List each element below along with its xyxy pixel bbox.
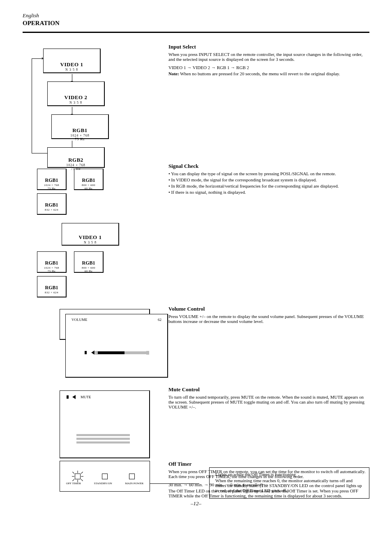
input-select-order: VIDEO 1 → VIDEO 2 → RGB 1 → RGB 2 [168,65,369,70]
input-select-figure: VIDEO 1 N 3 5 8 VIDEO 2 N 3 5 8 RGB1 102… [23,44,156,160]
crt-sub: N 3 5 8 [48,101,104,104]
volume-label: VOLUME [71,318,88,322]
mini-sub: 75 Hz [37,269,66,273]
mini-label: RGB1 [37,260,66,266]
note-label: Note: [168,71,179,76]
standby-led-icon [102,474,108,479]
mini-sub: 832 × 624 [37,291,66,294]
mini-sub: 800 × 600 [74,266,103,269]
crt-sub2: 75 Hz [48,167,104,171]
mini-sub: 1024 × 768 [37,266,66,269]
main-power-led-icon [129,474,135,479]
mini-sub: 60 Hz [74,187,103,190]
off-timer-led-icon [75,474,81,479]
note-body: When no buttons are pressed for 20 secon… [180,71,340,76]
speaker-icon [67,395,69,399]
mini-label: RGB1 [74,260,103,266]
led-panel-figure [60,461,150,492]
led-label: STANDBY/ON [94,482,112,485]
input-select-title: Input Select [168,44,369,50]
off-timer-title: Off Timer [168,461,369,467]
signal-check-bullet: • In RGB mode, the horizontal/vertical f… [168,183,369,188]
page-title: OPERATION [23,20,369,27]
signal-check-bullet: • If there is no signal, nothing is disp… [168,190,369,195]
mini-sub: 60 Hz [74,269,103,273]
crt-label: RGB1 [52,127,108,134]
crt-sub: 1024 × 768 [52,134,108,137]
led-label: OFF TIMER [66,482,81,485]
speaker-icon [70,395,76,399]
crt-label: RGB2 [48,157,104,163]
crt-sub: 1024 × 768 [48,163,104,167]
signal-check-bullet: • You can display the type of signal on … [168,171,369,176]
mini-sub: 75 Hz [37,187,66,190]
speaker-icon [85,351,87,354]
signal-check-title: Signal Check [168,163,369,170]
signal-check-bullet: • In VIDEO mode, the signal for the corr… [168,177,369,182]
header-language: English [23,12,369,19]
mini-sub: 800 × 600 [74,183,103,187]
volume-slider[interactable] [98,351,146,354]
volume-value: 62 [158,318,161,322]
crt-label: VIDEO 1 [44,61,100,68]
input-select-body: When you press INPUT SELECT on the remot… [168,52,369,62]
mute-body: To turn off the sound temporarily, press… [168,395,369,409]
led-label: MAIN POWER [125,482,143,485]
mute-bars [76,434,143,444]
mini-label: RGB1 [37,285,66,291]
mute-panel-figure: MUTE [60,390,150,458]
crt-sub: N 3 5 8 [62,241,118,244]
volume-body: Press VOLUME +/– on the remote to displa… [168,314,369,324]
mini-label: RGB1 [74,177,103,183]
mute-label: MUTE [81,395,91,399]
crt-label: VIDEO 1 [62,234,118,241]
crt-sub: N 3 5 8 [44,68,100,72]
mute-title: Mute Control [168,386,369,393]
mini-sub: 832 × 624 [37,208,66,211]
page-number: –12– [191,500,201,507]
horizontal-rule [23,32,369,33]
signal-check-figure: RGB1 1024 × 768 75 Hz RGB1 800 × 600 60 … [23,163,156,300]
volume-title: Volume Control [168,306,369,312]
volume-panel-figure: VOLUME 62 [60,309,171,379]
mini-label: RGB1 [37,177,66,183]
crt-sub2: 75 Hz [52,137,108,141]
mini-sub: 1024 × 768 [37,183,66,187]
crt-label: VIDEO 2 [48,94,104,101]
speaker-icon [89,351,95,355]
mini-label: RGB1 [37,202,66,208]
